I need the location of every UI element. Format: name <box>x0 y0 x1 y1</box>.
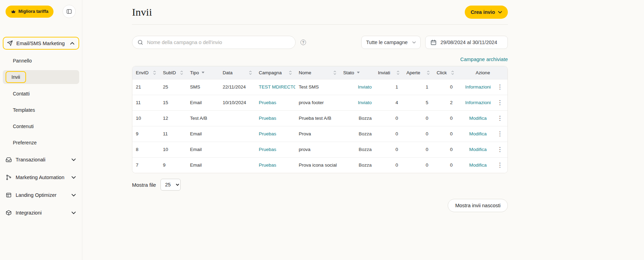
sort-icon[interactable] <box>427 70 430 75</box>
sort-icon[interactable] <box>333 70 336 75</box>
action-link[interactable]: Modifica <box>461 116 495 121</box>
campaign-filter-dropdown[interactable]: Tutte le campagne <box>361 36 421 49</box>
column-header-campagna[interactable]: Campagna <box>255 66 295 79</box>
sidebar-item-email-sms-marketing[interactable]: Email/SMS Marketing <box>3 37 79 50</box>
sort-icon[interactable] <box>249 70 252 75</box>
sidebar-item-pannello[interactable]: Pannello <box>0 52 82 69</box>
sort-icon[interactable] <box>289 70 292 75</box>
sidebar-item-preferenze[interactable]: Preferenze <box>0 134 82 151</box>
cube-icon <box>6 210 12 216</box>
create-invio-button[interactable]: Crea invio <box>465 6 508 19</box>
cell-azione: Modifica⋮ <box>457 157 508 173</box>
help-icon[interactable]: ? <box>300 40 306 45</box>
table-row: 10 12 Test A/B Pruebas Prueba test A/B B… <box>132 110 508 126</box>
sort-icon[interactable] <box>153 70 156 75</box>
column-header-aperte[interactable]: Aperte <box>403 66 433 79</box>
kebab-menu-icon[interactable]: ⋮ <box>495 146 505 153</box>
filter-chevron-icon[interactable] <box>357 72 360 74</box>
table-row: 7 9 Email Pruebas Prova icona social Boz… <box>132 157 508 173</box>
sidebar-toggle-button[interactable] <box>63 5 76 18</box>
cell-subid: 15 <box>159 95 187 110</box>
column-header-tipo[interactable]: Tipo <box>187 66 219 79</box>
cell-subid: 11 <box>159 126 187 142</box>
campaign-link[interactable]: Pruebas <box>259 162 276 168</box>
campaign-link[interactable]: Pruebas <box>259 147 276 152</box>
date-range-picker[interactable]: 29/08/2024 al 30/11/2024 <box>425 36 508 49</box>
kebab-menu-icon[interactable]: ⋮ <box>495 83 505 91</box>
column-header-click[interactable]: Click <box>433 66 457 79</box>
column-header-subid[interactable]: SubID <box>159 66 187 79</box>
action-link[interactable]: Informazioni <box>461 84 495 90</box>
sidebar: Migliora tariffa Email/SMS Marketing Pan… <box>0 0 82 260</box>
kebab-menu-icon[interactable]: ⋮ <box>495 130 505 137</box>
sidebar-item-transazionali[interactable]: Transazionali <box>0 151 82 168</box>
hidden-row: Mostra invii nascosti <box>132 199 508 212</box>
campaign-link[interactable]: Pruebas <box>259 131 276 136</box>
cell-azione: Informazioni⋮ <box>457 95 508 110</box>
cell-click: 0 <box>433 110 457 126</box>
cell-inviati: 1 <box>374 79 403 95</box>
cell-aperte: 0 <box>403 126 433 142</box>
campaign-link[interactable]: Pruebas <box>259 116 276 121</box>
crown-icon <box>11 9 16 14</box>
kebab-menu-icon[interactable]: ⋮ <box>495 161 505 169</box>
column-header-azione: Azione <box>457 66 508 79</box>
archived-campaigns-link[interactable]: Campagne archiviate <box>460 57 508 62</box>
column-header-inviati[interactable]: Inviati <box>374 66 403 79</box>
sidebar-item-contenuti[interactable]: Contenuti <box>0 118 82 134</box>
campaign-link[interactable]: Pruebas <box>259 100 276 105</box>
chevron-down-icon <box>498 11 502 14</box>
page-header: Invii Crea invio <box>132 0 508 25</box>
sidebar-toggle-icon <box>66 8 72 15</box>
sidebar-item-landing-optimizer[interactable]: Landing Optimizer <box>0 186 82 204</box>
sidebar-item-invii[interactable]: Invii <box>3 70 79 84</box>
status-badge: Bozza <box>340 157 374 173</box>
show-hidden-button[interactable]: Mostra invii nascosti <box>448 199 508 212</box>
action-link[interactable]: Modifica <box>461 131 495 136</box>
search-icon <box>137 39 143 45</box>
cell-azione: Modifica⋮ <box>457 142 508 157</box>
status-badge: Bozza <box>340 142 374 157</box>
send-icon <box>7 40 13 46</box>
sort-icon[interactable] <box>451 70 454 75</box>
table-row: 21 25 SMS 22/11/2024 TEST MDIRECTOR Test… <box>132 79 508 95</box>
app: Migliora tariffa Email/SMS Marketing Pan… <box>0 0 644 260</box>
create-invio-label: Crea invio <box>471 9 495 15</box>
column-header-envid[interactable]: EnvID <box>132 66 159 79</box>
action-link[interactable]: Modifica <box>461 162 495 168</box>
action-link[interactable]: Modifica <box>461 147 495 152</box>
column-header-stato[interactable]: Stato <box>340 66 374 79</box>
search-input[interactable] <box>147 40 290 45</box>
cell-tipo: Email <box>187 95 219 110</box>
column-header-data[interactable]: Data <box>219 66 255 79</box>
page-size-select[interactable]: 25 <box>160 179 181 191</box>
cell-envid: 11 <box>132 95 159 110</box>
action-link[interactable]: Informazioni <box>461 100 495 105</box>
cell-campagna: TEST MDIRECTOR <box>255 79 295 95</box>
cell-azione: Modifica⋮ <box>457 126 508 142</box>
sidebar-item-templates[interactable]: Templates <box>0 102 82 118</box>
upgrade-plan-button[interactable]: Migliora tariffa <box>6 6 53 18</box>
status-badge: Inviato <box>340 95 374 110</box>
search-box <box>132 36 296 49</box>
kebab-menu-icon[interactable]: ⋮ <box>495 99 505 106</box>
cell-envid: 10 <box>132 110 159 126</box>
kebab-menu-icon[interactable]: ⋮ <box>495 115 505 122</box>
sort-icon[interactable] <box>180 70 183 75</box>
sort-icon[interactable] <box>397 70 399 75</box>
sidebar-item-integrazioni[interactable]: Integrazioni <box>0 204 82 221</box>
filter-chevron-icon[interactable] <box>201 72 205 74</box>
sidebar-item-contatti[interactable]: Contatti <box>0 85 82 102</box>
branch-icon <box>6 174 12 181</box>
cell-campagna: Pruebas <box>255 142 295 157</box>
table-row: 11 15 Email 10/10/2024 Pruebas prova foo… <box>132 95 508 110</box>
sidebar-item-marketing-automation[interactable]: Marketing Automation <box>0 168 82 186</box>
column-header-nome[interactable]: Nome <box>295 66 340 79</box>
chevron-down-icon <box>72 158 76 161</box>
chevron-down-icon <box>72 211 76 214</box>
cell-aperte: 5 <box>403 95 433 110</box>
cell-subid: 10 <box>159 142 187 157</box>
sidebar-subnav: Pannello Invii Contatti Templates Conten… <box>0 52 82 151</box>
sidebar-section-label: Transazionali <box>16 157 46 162</box>
campaign-link[interactable]: TEST MDIRECTOR <box>259 84 295 90</box>
